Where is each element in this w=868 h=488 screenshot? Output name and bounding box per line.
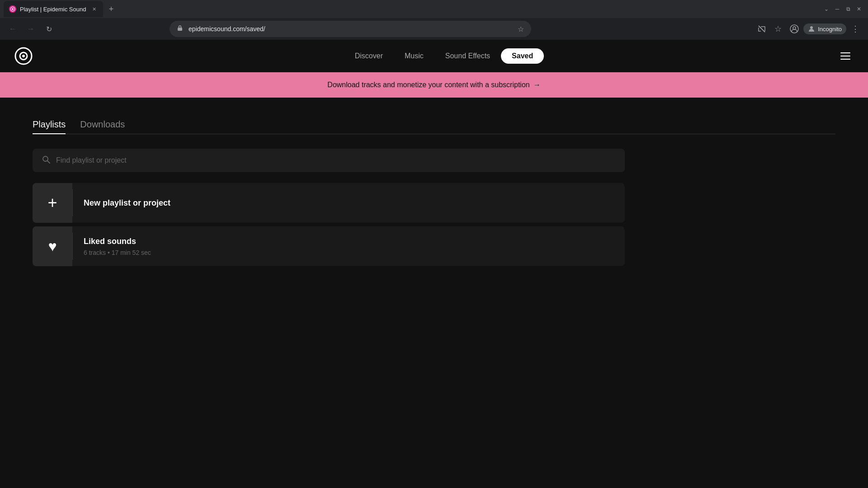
address-bar[interactable]: epidemicsound.com/saved/ ☆ [170, 21, 531, 37]
liked-sounds-icon: ♥ [33, 226, 72, 266]
svg-point-3 [790, 25, 798, 33]
window-controls: ⌄ ─ ⧉ ✕ [823, 5, 864, 13]
url-display: epidemicsound.com/saved/ [189, 25, 512, 33]
tab-downloads[interactable]: Downloads [80, 116, 125, 134]
svg-point-9 [43, 156, 48, 161]
incognito-label: Incognito [818, 26, 842, 33]
hamburger-menu-button[interactable] [837, 48, 854, 64]
tab-bar: Playlist | Epidemic Sound ✕ + ⌄ ─ ⧉ ✕ [0, 0, 868, 18]
nav-music[interactable]: Music [394, 48, 434, 64]
new-tab-button[interactable]: + [105, 3, 118, 15]
top-nav: Discover Music Sound Effects Saved [0, 40, 868, 72]
menu-button[interactable]: ⋮ [848, 22, 863, 36]
no-camera-icon[interactable] [755, 22, 769, 36]
incognito-badge[interactable]: Incognito [803, 23, 846, 34]
nav-links: Discover Music Sound Effects Saved [51, 48, 837, 64]
app-wrapper: Discover Music Sound Effects Saved Downl… [0, 40, 868, 488]
playlist-list: + New playlist or project ♥ Liked sounds… [33, 183, 625, 266]
active-tab[interactable]: Playlist | Epidemic Sound ✕ [4, 1, 103, 17]
svg-point-4 [793, 27, 796, 29]
liked-sounds-item[interactable]: ♥ Liked sounds 6 tracks • 17 min 52 sec [33, 226, 625, 266]
banner-text: Download tracks and monetize your conten… [327, 81, 529, 89]
svg-line-10 [47, 161, 50, 163]
tab-favicon [9, 5, 16, 13]
liked-sounds-meta: 6 tracks • 17 min 52 sec [84, 249, 151, 256]
new-playlist-label: New playlist or project [84, 198, 170, 208]
new-playlist-item[interactable]: + New playlist or project [33, 183, 625, 223]
new-playlist-info: New playlist or project [73, 198, 181, 208]
nav-saved[interactable]: Saved [501, 48, 544, 64]
liked-sounds-info: Liked sounds 6 tracks • 17 min 52 sec [73, 237, 162, 256]
subscription-banner[interactable]: Download tracks and monetize your conten… [0, 72, 868, 98]
maximize-button[interactable]: ⧉ [844, 5, 852, 13]
reload-button[interactable]: ↻ [42, 22, 56, 36]
bookmark-icon[interactable]: ☆ [771, 22, 785, 36]
nav-discover[interactable]: Discover [344, 48, 394, 64]
lock-icon [175, 23, 185, 35]
svg-rect-1 [178, 28, 182, 31]
menu-line-2 [840, 56, 850, 56]
svg-point-8 [22, 55, 25, 57]
address-bar-row: ← → ↻ epidemicsound.com/saved/ ☆ [0, 18, 868, 40]
logo[interactable] [14, 47, 33, 65]
banner-arrow-icon: → [533, 81, 541, 89]
tab-label: Playlist | Epidemic Sound [20, 6, 87, 13]
svg-point-0 [12, 8, 14, 10]
toolbar-icons: ☆ Incognito ⋮ [755, 22, 863, 36]
back-button[interactable]: ← [5, 22, 20, 36]
bookmark-star-icon[interactable]: ☆ [516, 23, 526, 35]
close-window-button[interactable]: ✕ [855, 5, 863, 13]
tab-playlists[interactable]: Playlists [33, 116, 66, 134]
main-content: Playlists Downloads + New p [0, 98, 868, 488]
tab-close-button[interactable]: ✕ [90, 5, 98, 13]
tab-list-button[interactable]: ⌄ [823, 5, 830, 13]
profile-icon[interactable] [787, 22, 802, 36]
new-playlist-icon: + [33, 183, 72, 223]
menu-line-1 [840, 52, 850, 53]
forward-button[interactable]: → [24, 22, 38, 36]
menu-line-3 [840, 59, 850, 60]
search-box[interactable] [33, 149, 625, 172]
nav-sound-effects[interactable]: Sound Effects [434, 48, 501, 64]
browser-chrome: Playlist | Epidemic Sound ✕ + ⌄ ─ ⧉ ✕ ← … [0, 0, 868, 40]
liked-sounds-label: Liked sounds [84, 237, 151, 246]
address-bar-icons: ☆ [516, 23, 526, 35]
content-tabs: Playlists Downloads [33, 116, 835, 134]
svg-point-5 [810, 26, 813, 29]
search-input[interactable] [56, 156, 616, 164]
minimize-button[interactable]: ─ [834, 5, 841, 13]
search-icon [42, 155, 51, 166]
